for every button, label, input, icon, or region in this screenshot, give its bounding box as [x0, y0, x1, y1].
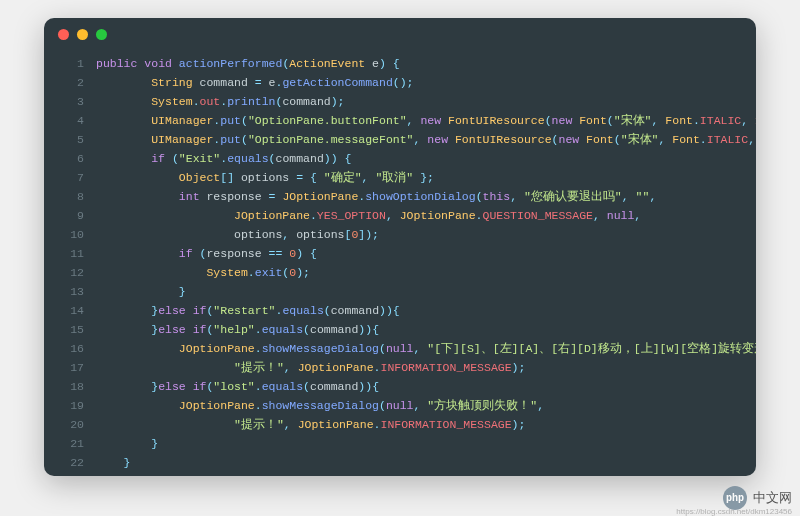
line-content: if (response == 0) { [96, 244, 756, 263]
line-content: }else if("lost".equals(command)){ [96, 377, 756, 396]
code-line: 21 } [44, 434, 756, 453]
maximize-icon[interactable] [96, 29, 107, 40]
code-line: 3 System.out.println(command); [44, 92, 756, 111]
line-content: public void actionPerformed(ActionEvent … [96, 54, 756, 73]
line-content: if ("Exit".equals(command)) { [96, 149, 756, 168]
line-number: 15 [44, 320, 96, 339]
line-content: "提示！", JOptionPane.INFORMATION_MESSAGE); [96, 358, 756, 377]
line-content: JOptionPane.YES_OPTION, JOptionPane.QUES… [96, 206, 756, 225]
watermark-text: 中文网 [753, 489, 792, 507]
line-number: 20 [44, 415, 96, 434]
line-content: JOptionPane.showMessageDialog(null, "方块触… [96, 396, 756, 415]
code-line: 2 String command = e.getActionCommand(); [44, 73, 756, 92]
code-line: 19 JOptionPane.showMessageDialog(null, "… [44, 396, 756, 415]
line-content: options, options[0]); [96, 225, 756, 244]
line-content: System.exit(0); [96, 263, 756, 282]
code-line: 8 int response = JOptionPane.showOptionD… [44, 187, 756, 206]
line-content: JOptionPane.showMessageDialog(null, "[下]… [96, 339, 756, 358]
line-number: 14 [44, 301, 96, 320]
code-line: 16 JOptionPane.showMessageDialog(null, "… [44, 339, 756, 358]
line-number: 13 [44, 282, 96, 301]
line-number: 2 [44, 73, 96, 92]
line-number: 4 [44, 111, 96, 130]
line-content: Object[] options = { "确定", "取消" }; [96, 168, 756, 187]
line-content: UIManager.put("OptionPane.messageFont", … [96, 130, 756, 149]
code-line: 13 } [44, 282, 756, 301]
line-number: 7 [44, 168, 96, 187]
line-number: 22 [44, 453, 96, 472]
code-line: 14 }else if("Restart".equals(command)){ [44, 301, 756, 320]
code-line: 20 "提示！", JOptionPane.INFORMATION_MESSAG… [44, 415, 756, 434]
window-title-bar [44, 18, 756, 50]
line-number: 5 [44, 130, 96, 149]
line-content: "提示！", JOptionPane.INFORMATION_MESSAGE); [96, 415, 756, 434]
line-number: 16 [44, 339, 96, 358]
code-line: 7 Object[] options = { "确定", "取消" }; [44, 168, 756, 187]
line-number: 21 [44, 434, 96, 453]
line-number: 8 [44, 187, 96, 206]
code-line: 5 UIManager.put("OptionPane.messageFont"… [44, 130, 756, 149]
line-content: } [96, 453, 756, 472]
line-number: 6 [44, 149, 96, 168]
line-number: 19 [44, 396, 96, 415]
line-number: 9 [44, 206, 96, 225]
minimize-icon[interactable] [77, 29, 88, 40]
code-line: 12 System.exit(0); [44, 263, 756, 282]
line-number: 12 [44, 263, 96, 282]
line-content: String command = e.getActionCommand(); [96, 73, 756, 92]
line-number: 17 [44, 358, 96, 377]
code-line: 11 if (response == 0) { [44, 244, 756, 263]
line-content: } [96, 434, 756, 453]
line-content: int response = JOptionPane.showOptionDia… [96, 187, 756, 206]
code-line: 9 JOptionPane.YES_OPTION, JOptionPane.QU… [44, 206, 756, 225]
line-number: 1 [44, 54, 96, 73]
line-content: System.out.println(command); [96, 92, 756, 111]
line-number: 18 [44, 377, 96, 396]
line-number: 11 [44, 244, 96, 263]
line-content: } [96, 282, 756, 301]
code-editor-window: 1public void actionPerformed(ActionEvent… [44, 18, 756, 476]
watermark-url: https://blog.csdn.net/dkm123456 [676, 507, 792, 516]
code-line: 15 }else if("help".equals(command)){ [44, 320, 756, 339]
code-line: 10 options, options[0]); [44, 225, 756, 244]
code-line: 4 UIManager.put("OptionPane.buttonFont",… [44, 111, 756, 130]
code-area: 1public void actionPerformed(ActionEvent… [44, 50, 756, 476]
close-icon[interactable] [58, 29, 69, 40]
line-number: 10 [44, 225, 96, 244]
line-content: }else if("help".equals(command)){ [96, 320, 756, 339]
code-line: 17 "提示！", JOptionPane.INFORMATION_MESSAG… [44, 358, 756, 377]
code-line: 6 if ("Exit".equals(command)) { [44, 149, 756, 168]
code-line: 18 }else if("lost".equals(command)){ [44, 377, 756, 396]
line-number: 3 [44, 92, 96, 111]
line-content: }else if("Restart".equals(command)){ [96, 301, 756, 320]
code-line: 22 } [44, 453, 756, 472]
line-content: UIManager.put("OptionPane.buttonFont", n… [96, 111, 756, 130]
code-line: 1public void actionPerformed(ActionEvent… [44, 54, 756, 73]
